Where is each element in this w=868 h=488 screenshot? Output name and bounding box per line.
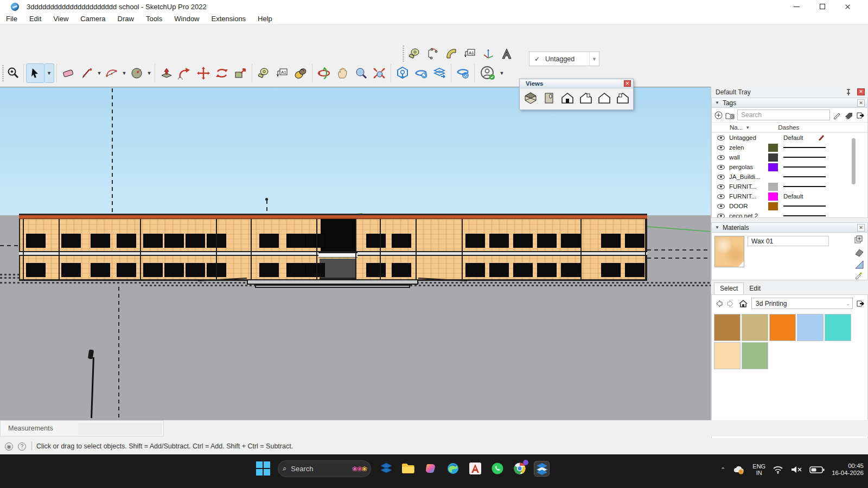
battery-icon[interactable]: [809, 466, 825, 474]
text-tool-button[interactable]: A1: [461, 44, 479, 63]
tab-edit[interactable]: Edit: [744, 283, 766, 294]
select-tool-button[interactable]: [26, 63, 44, 83]
arc-tool-button[interactable]: [103, 63, 121, 83]
extension-warehouse-button[interactable]: [454, 63, 472, 83]
dash-style-line[interactable]: [783, 186, 826, 187]
views-close-button[interactable]: ✕: [624, 80, 631, 87]
share-model-button[interactable]: [412, 63, 430, 83]
followme-tool-button[interactable]: [176, 63, 194, 83]
materials-close-button[interactable]: ✕: [857, 224, 865, 232]
taskbar-chrome-icon[interactable]: [512, 461, 527, 476]
dash-style-line[interactable]: [783, 206, 826, 207]
tag-row[interactable]: ceco net 2: [712, 211, 867, 217]
material-swatch[interactable]: [714, 342, 741, 369]
visibility-eye-icon[interactable]: [717, 194, 725, 199]
pan-tool-button[interactable]: [333, 63, 352, 83]
add-tag-icon[interactable]: [714, 111, 723, 119]
tag-row[interactable]: JA_Buildi...: [712, 172, 867, 182]
dash-style-label[interactable]: Default: [783, 134, 803, 141]
tag-color-swatch[interactable]: [768, 183, 778, 191]
geolocation-icon[interactable]: ◉: [5, 442, 13, 451]
tags-search-input[interactable]: Search: [737, 110, 830, 120]
menu-view[interactable]: View: [47, 15, 74, 23]
dash-style-line[interactable]: [783, 147, 826, 148]
toolbar-grip[interactable]: [403, 46, 404, 62]
tag-row[interactable]: DOOR: [712, 201, 867, 211]
taskbar-autocad-icon[interactable]: [468, 461, 482, 476]
materials-section-header[interactable]: ▼ Materials ✕: [711, 222, 868, 233]
taskbar-copilot-icon[interactable]: [423, 461, 438, 476]
rotate-tool-button[interactable]: [213, 63, 231, 83]
tape-measure-tool-button[interactable]: [405, 44, 424, 63]
tags-close-button[interactable]: ✕: [857, 99, 865, 107]
wifi-icon[interactable]: [773, 465, 783, 474]
zoom-tool-button[interactable]: [352, 63, 370, 83]
tag-color-swatch[interactable]: [768, 202, 778, 210]
material-swatch[interactable]: [742, 314, 768, 341]
forward-arrow-icon[interactable]: [726, 299, 735, 308]
tag-name[interactable]: FURNIT...: [729, 183, 768, 190]
move-tool-button[interactable]: [194, 63, 213, 83]
secondary-pane-icon[interactable]: [854, 260, 864, 269]
tag-row[interactable]: wall: [712, 152, 867, 162]
start-button[interactable]: [256, 461, 270, 476]
school-building-model[interactable]: [19, 214, 647, 290]
visibility-eye-icon[interactable]: [717, 184, 725, 189]
material-swatch[interactable]: [769, 314, 796, 341]
column-dashes[interactable]: Dashes: [778, 124, 799, 131]
dash-style-line[interactable]: [783, 166, 826, 168]
menu-help[interactable]: Help: [252, 15, 278, 23]
sign-in-dropdown[interactable]: ▼: [499, 63, 505, 83]
right-view-button[interactable]: [578, 91, 593, 106]
eraser-tool-button[interactable]: [59, 63, 78, 83]
tag-row[interactable]: FURNIT...: [712, 182, 867, 191]
taskbar-sketchup-layout-icon[interactable]: [379, 461, 393, 476]
taskbar-sketchup-active-icon[interactable]: [534, 461, 549, 476]
tag-details-icon[interactable]: [856, 111, 865, 119]
tag-color-swatch[interactable]: [768, 212, 778, 218]
dash-style-line[interactable]: [783, 215, 826, 216]
scale-tool-button[interactable]: [231, 63, 250, 83]
purge-tag-icon[interactable]: [844, 111, 853, 119]
onedrive-icon[interactable]: !: [732, 465, 745, 474]
line-tool-button[interactable]: [78, 63, 96, 83]
dash-style-line[interactable]: [783, 176, 826, 177]
tags-scrollbar[interactable]: [852, 138, 856, 184]
tray-close-button[interactable]: ✕: [857, 88, 865, 95]
measurements-input[interactable]: [78, 423, 162, 435]
close-button[interactable]: [835, 0, 860, 13]
menu-draw[interactable]: Draw: [112, 15, 140, 23]
tag-name[interactable]: ceco net 2: [729, 213, 768, 217]
tab-select[interactable]: Select: [714, 282, 744, 294]
left-view-button[interactable]: [615, 91, 630, 106]
top-view-button[interactable]: [541, 91, 556, 106]
zoom-window-tool-button[interactable]: [5, 63, 21, 83]
minimize-button[interactable]: [784, 0, 809, 13]
menu-camera[interactable]: Camera: [74, 15, 111, 23]
default-material-icon[interactable]: [854, 248, 864, 258]
pin-icon[interactable]: [845, 88, 852, 96]
taskbar-whatsapp-icon[interactable]: [490, 461, 505, 476]
tape-measure-tool-button-2[interactable]: [254, 63, 273, 83]
tag-name[interactable]: zelen: [729, 144, 768, 151]
tray-title-bar[interactable]: Default Tray ✕: [711, 87, 868, 98]
tag-name[interactable]: DOOR: [729, 203, 768, 209]
edit-tag-pencil-icon[interactable]: [818, 133, 826, 140]
volume-muted-icon[interactable]: [790, 465, 802, 474]
material-name-field[interactable]: Wax 01: [748, 236, 829, 246]
visibility-eye-icon[interactable]: [717, 165, 725, 170]
visibility-eye-icon[interactable]: [717, 136, 725, 140]
active-tag-dropdown[interactable]: ✓ Untagged ▼: [529, 52, 599, 66]
materials-details-icon[interactable]: [856, 299, 865, 307]
menu-window[interactable]: Window: [168, 15, 205, 23]
share-component-button[interactable]: [430, 63, 449, 83]
model-viewport[interactable]: [0, 87, 711, 420]
taskbar-edge-icon[interactable]: [445, 461, 460, 476]
3d-text-tool-button[interactable]: [497, 44, 516, 63]
dimension-tool-button[interactable]: [424, 44, 442, 63]
tag-color-swatch[interactable]: [768, 144, 778, 152]
tag-color-swatch[interactable]: [768, 173, 778, 181]
protractor-tool-button[interactable]: [442, 44, 461, 63]
pushpull-tool-button[interactable]: [157, 63, 176, 83]
create-material-icon[interactable]: [854, 235, 863, 243]
